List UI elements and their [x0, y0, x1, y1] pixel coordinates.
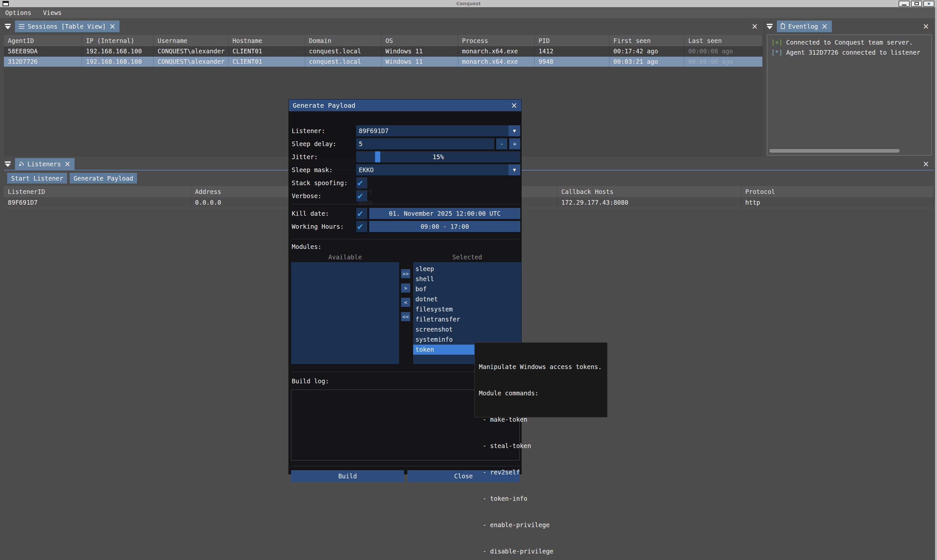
sleep-mask-select[interactable]: EKKO ▼	[356, 164, 520, 175]
stack-spoofing-checkbox[interactable]	[356, 177, 367, 188]
session-row[interactable]: 58EE89DA 192.168.168.100 CONQUEST\alexan…	[4, 46, 763, 57]
module-item[interactable]: filetransfer	[413, 314, 521, 325]
working-hours-picker[interactable]: 09:00 - 17:00	[369, 221, 520, 232]
available-modules-list[interactable]	[291, 262, 399, 364]
eventlog-output: [+] Connected to Conquest team server. […	[767, 34, 932, 155]
eventlog-panel: Eventlog × × [+] Connected to Conquest t…	[766, 20, 934, 157]
tooltip-line: - make-token	[479, 415, 607, 424]
cell-ip: 192.168.168.100	[82, 57, 154, 67]
move-one-left-button[interactable]: <	[401, 298, 410, 307]
module-item[interactable]: screenshot	[413, 325, 521, 334]
app-window: Conquest Options Views Sessions [Table V…	[0, 0, 937, 560]
jitter-value: 15%	[356, 151, 520, 162]
listener-label: Listener:	[292, 127, 356, 134]
horizontal-scrollbar[interactable]	[769, 149, 900, 152]
column-header[interactable]: Process	[458, 35, 535, 46]
column-header[interactable]: IP (Internal)	[82, 35, 154, 46]
module-item[interactable]: sleep	[413, 264, 521, 274]
cell-callback-hosts: 172.29.177.43:8080	[557, 197, 741, 208]
chevron-down-icon[interactable]: ▼	[509, 164, 520, 175]
menu-item-views[interactable]: Views	[43, 9, 62, 16]
sessions-dock-close-icon[interactable]: ×	[751, 22, 758, 30]
tab-close-icon[interactable]: ×	[64, 160, 71, 168]
sleep-delay-increment-button[interactable]: +	[509, 138, 520, 149]
column-header[interactable]: OS	[382, 35, 458, 46]
selected-header: Selected	[413, 254, 521, 261]
verbose-checkbox[interactable]	[356, 190, 367, 202]
window-title: Conquest	[0, 1, 937, 6]
cell-hostname: CLIENT01	[228, 57, 305, 67]
tab-sessions[interactable]: Sessions [Table View] ×	[15, 20, 120, 32]
column-header[interactable]: Protocol	[741, 186, 934, 197]
cell-listenerid: 89F691D7	[4, 197, 191, 208]
module-item[interactable]: filesystem	[413, 304, 521, 314]
titlebar: Conquest	[0, 0, 937, 7]
move-one-right-button[interactable]: >	[401, 283, 410, 292]
column-header[interactable]: Last seen	[684, 35, 763, 46]
working-hours-label: Working Hours:	[292, 223, 356, 230]
generate-payload-button[interactable]: Generate Payload	[70, 173, 137, 183]
tab-eventlog[interactable]: Eventlog ×	[777, 20, 832, 32]
listener-select[interactable]: 89F691D7 ▼	[356, 125, 520, 136]
start-listener-button[interactable]: Start Listener	[7, 173, 67, 183]
cell-domain: conquest.local	[305, 57, 382, 67]
sleep-delay-decrement-button[interactable]: -	[496, 138, 507, 149]
kill-date-checkbox[interactable]	[356, 208, 367, 219]
tab-eventlog-label: Eventlog	[788, 23, 818, 30]
column-header[interactable]: Username	[154, 35, 228, 46]
eventlog-dock-close-icon[interactable]: ×	[923, 22, 929, 30]
dock-menu-icon[interactable]	[766, 24, 774, 29]
dialog-close-icon[interactable]: ×	[511, 102, 517, 109]
cell-last-seen: 00:00:08 ago	[684, 46, 763, 56]
tab-listeners[interactable]: Listeners ×	[15, 158, 74, 170]
sleep-delay-input[interactable]: 5	[356, 138, 494, 149]
chevron-down-icon[interactable]: ▼	[509, 125, 520, 136]
module-item[interactable]: shell	[413, 274, 521, 284]
column-header[interactable]: ListenerID	[4, 186, 191, 197]
listeners-dock-close-icon[interactable]: ×	[923, 160, 929, 168]
session-row-selected[interactable]: 312D7726 192.168.168.100 CONQUEST\alexan…	[4, 57, 763, 67]
column-header[interactable]: Domain	[305, 35, 382, 46]
menu-item-options[interactable]: Options	[5, 9, 31, 16]
column-header[interactable]: Hostname	[228, 35, 305, 46]
module-item[interactable]: bof	[413, 284, 521, 294]
clipboard-icon	[781, 24, 785, 29]
separator	[292, 239, 520, 239]
eventlog-entry: [+] Connected to Conquest team server.	[771, 37, 931, 48]
cell-os: Windows 11	[382, 46, 458, 56]
column-header[interactable]: First seen	[609, 35, 684, 46]
dialog-titlebar[interactable]: Generate Payload ×	[289, 100, 521, 111]
cell-username: CONQUEST\alexander	[154, 57, 228, 67]
tab-close-icon[interactable]: ×	[109, 22, 116, 30]
eventlog-text: Agent 312D7726 connected to listener	[786, 49, 920, 56]
stack-spoofing-label: Stack spoofing:	[292, 179, 356, 186]
eventlog-text: Connected to Conquest team server.	[786, 39, 913, 46]
tooltip-line: - steal-token	[479, 442, 607, 450]
working-hours-checkbox[interactable]	[356, 221, 367, 232]
move-all-right-button[interactable]: >>	[401, 269, 410, 278]
column-header[interactable]: AgentID	[4, 35, 82, 46]
tab-close-icon[interactable]: ×	[821, 22, 828, 30]
build-button[interactable]: Build	[291, 470, 404, 482]
dock-menu-icon[interactable]	[4, 162, 12, 167]
jitter-slider[interactable]: 15%	[356, 151, 520, 162]
listener-value: 89F691D7	[356, 127, 509, 134]
module-item[interactable]: dotnet	[413, 294, 521, 304]
cell-protocol: http	[741, 197, 934, 208]
cell-hostname: CLIENT01	[228, 46, 305, 56]
column-header[interactable]: Callback Hosts	[557, 186, 741, 197]
menu-bar: Options Views	[0, 7, 935, 18]
move-all-left-button[interactable]: <<	[401, 312, 410, 321]
cell-pid: 9948	[535, 57, 609, 67]
column-header[interactable]: PID	[535, 35, 609, 46]
cell-ip: 192.168.168.100	[82, 46, 154, 56]
cell-domain: conquest.local	[305, 46, 382, 56]
dialog-title: Generate Payload	[293, 102, 356, 109]
kill-date-picker[interactable]: 01. November 2025 12:00:00 UTC	[369, 208, 520, 219]
cell-agentid: 58EE89DA	[4, 46, 82, 56]
tooltip-line: - rev2self	[479, 468, 607, 477]
jitter-slider-handle[interactable]	[375, 151, 380, 162]
available-header: Available	[291, 254, 399, 261]
eventlog-dock-header: Eventlog × ×	[766, 20, 934, 32]
dock-menu-icon[interactable]	[4, 24, 12, 29]
